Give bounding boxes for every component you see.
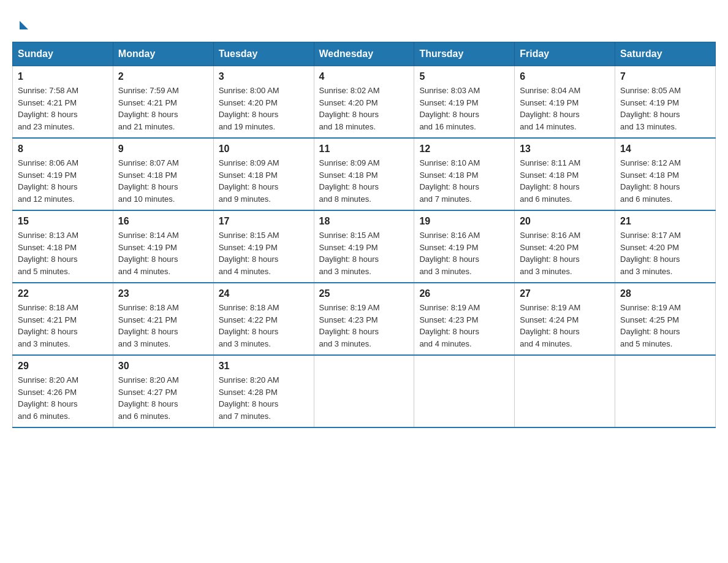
header-cell-saturday: Saturday [615,42,716,66]
day-cell: 21 Sunrise: 8:17 AM Sunset: 4:20 PM Dayl… [615,210,716,283]
header-cell-wednesday: Wednesday [314,42,414,66]
day-info: Sunrise: 8:19 AM Sunset: 4:23 PM Dayligh… [319,302,409,350]
logo [18,18,28,29]
day-cell [414,355,515,427]
day-cell: 6 Sunrise: 8:04 AM Sunset: 4:19 PM Dayli… [515,66,615,139]
day-info: Sunrise: 7:59 AM Sunset: 4:21 PM Dayligh… [118,85,208,132]
day-number: 10 [219,144,309,155]
day-cell: 18 Sunrise: 8:15 AM Sunset: 4:19 PM Dayl… [314,210,414,283]
day-number: 8 [18,144,108,155]
day-number: 23 [118,288,208,299]
day-info: Sunrise: 8:19 AM Sunset: 4:25 PM Dayligh… [620,302,710,350]
day-number: 11 [319,144,409,155]
day-cell: 5 Sunrise: 8:03 AM Sunset: 4:19 PM Dayli… [414,66,515,139]
day-cell: 24 Sunrise: 8:18 AM Sunset: 4:22 PM Dayl… [213,283,314,355]
day-info: Sunrise: 8:09 AM Sunset: 4:18 PM Dayligh… [219,157,309,205]
day-cell: 11 Sunrise: 8:09 AM Sunset: 4:18 PM Dayl… [314,138,414,210]
day-cell: 31 Sunrise: 8:20 AM Sunset: 4:28 PM Dayl… [213,355,314,427]
day-cell [314,355,414,427]
day-number: 30 [118,361,208,372]
week-row-2: 8 Sunrise: 8:06 AM Sunset: 4:19 PM Dayli… [13,138,716,210]
day-info: Sunrise: 8:20 AM Sunset: 4:28 PM Dayligh… [219,374,309,422]
day-info: Sunrise: 8:02 AM Sunset: 4:20 PM Dayligh… [319,85,409,132]
day-info: Sunrise: 8:16 AM Sunset: 4:19 PM Dayligh… [419,229,509,277]
day-info: Sunrise: 8:14 AM Sunset: 4:19 PM Dayligh… [118,229,208,277]
day-cell: 1 Sunrise: 7:58 AM Sunset: 4:21 PM Dayli… [13,66,113,139]
day-number: 3 [219,71,309,82]
day-number: 21 [620,216,710,227]
day-cell: 12 Sunrise: 8:10 AM Sunset: 4:18 PM Dayl… [414,138,515,210]
day-cell [515,355,615,427]
day-number: 31 [219,361,309,372]
day-number: 12 [419,144,509,155]
day-number: 25 [319,288,409,299]
day-info: Sunrise: 8:00 AM Sunset: 4:20 PM Dayligh… [219,85,309,132]
header-cell-friday: Friday [515,42,615,66]
day-number: 9 [118,144,208,155]
calendar-header: SundayMondayTuesdayWednesdayThursdayFrid… [13,42,716,66]
day-number: 27 [520,288,610,299]
day-number: 17 [219,216,309,227]
calendar-table: SundayMondayTuesdayWednesdayThursdayFrid… [12,42,716,428]
day-info: Sunrise: 8:15 AM Sunset: 4:19 PM Dayligh… [219,229,309,277]
page-header [12,12,716,29]
day-cell: 26 Sunrise: 8:19 AM Sunset: 4:23 PM Dayl… [414,283,515,355]
day-cell: 3 Sunrise: 8:00 AM Sunset: 4:20 PM Dayli… [213,66,314,139]
day-number: 1 [18,71,108,82]
day-info: Sunrise: 8:17 AM Sunset: 4:20 PM Dayligh… [620,229,710,277]
day-cell: 30 Sunrise: 8:20 AM Sunset: 4:27 PM Dayl… [113,355,213,427]
day-info: Sunrise: 8:04 AM Sunset: 4:19 PM Dayligh… [520,85,610,132]
header-cell-sunday: Sunday [13,42,113,66]
day-cell: 16 Sunrise: 8:14 AM Sunset: 4:19 PM Dayl… [113,210,213,283]
day-number: 16 [118,216,208,227]
day-number: 19 [419,216,509,227]
day-info: Sunrise: 8:06 AM Sunset: 4:19 PM Dayligh… [18,157,108,205]
day-info: Sunrise: 8:19 AM Sunset: 4:24 PM Dayligh… [520,302,610,350]
day-cell: 14 Sunrise: 8:12 AM Sunset: 4:18 PM Dayl… [615,138,716,210]
day-number: 24 [219,288,309,299]
day-cell: 19 Sunrise: 8:16 AM Sunset: 4:19 PM Dayl… [414,210,515,283]
day-cell: 10 Sunrise: 8:09 AM Sunset: 4:18 PM Dayl… [213,138,314,210]
day-number: 20 [520,216,610,227]
day-number: 5 [419,71,509,82]
day-cell: 23 Sunrise: 8:18 AM Sunset: 4:21 PM Dayl… [113,283,213,355]
day-info: Sunrise: 8:10 AM Sunset: 4:18 PM Dayligh… [419,157,509,205]
day-cell: 28 Sunrise: 8:19 AM Sunset: 4:25 PM Dayl… [615,283,716,355]
day-cell: 2 Sunrise: 7:59 AM Sunset: 4:21 PM Dayli… [113,66,213,139]
day-cell: 9 Sunrise: 8:07 AM Sunset: 4:18 PM Dayli… [113,138,213,210]
day-number: 6 [520,71,610,82]
day-info: Sunrise: 8:20 AM Sunset: 4:27 PM Dayligh… [118,374,208,422]
day-number: 18 [319,216,409,227]
day-info: Sunrise: 8:09 AM Sunset: 4:18 PM Dayligh… [319,157,409,205]
day-cell: 22 Sunrise: 8:18 AM Sunset: 4:21 PM Dayl… [13,283,113,355]
day-number: 7 [620,71,710,82]
week-row-5: 29 Sunrise: 8:20 AM Sunset: 4:26 PM Dayl… [13,355,716,427]
header-cell-monday: Monday [113,42,213,66]
day-number: 13 [520,144,610,155]
day-info: Sunrise: 7:58 AM Sunset: 4:21 PM Dayligh… [18,85,108,132]
day-number: 29 [18,361,108,372]
day-cell: 25 Sunrise: 8:19 AM Sunset: 4:23 PM Dayl… [314,283,414,355]
day-cell: 15 Sunrise: 8:13 AM Sunset: 4:18 PM Dayl… [13,210,113,283]
day-info: Sunrise: 8:03 AM Sunset: 4:19 PM Dayligh… [419,85,509,132]
day-info: Sunrise: 8:18 AM Sunset: 4:21 PM Dayligh… [18,302,108,350]
header-row: SundayMondayTuesdayWednesdayThursdayFrid… [13,42,716,66]
day-info: Sunrise: 8:07 AM Sunset: 4:18 PM Dayligh… [118,157,208,205]
day-info: Sunrise: 8:15 AM Sunset: 4:19 PM Dayligh… [319,229,409,277]
day-number: 4 [319,71,409,82]
day-cell: 13 Sunrise: 8:11 AM Sunset: 4:18 PM Dayl… [515,138,615,210]
day-info: Sunrise: 8:19 AM Sunset: 4:23 PM Dayligh… [419,302,509,350]
header-cell-thursday: Thursday [414,42,515,66]
week-row-3: 15 Sunrise: 8:13 AM Sunset: 4:18 PM Dayl… [13,210,716,283]
day-cell: 8 Sunrise: 8:06 AM Sunset: 4:19 PM Dayli… [13,138,113,210]
day-number: 14 [620,144,710,155]
day-info: Sunrise: 8:05 AM Sunset: 4:19 PM Dayligh… [620,85,710,132]
day-info: Sunrise: 8:20 AM Sunset: 4:26 PM Dayligh… [18,374,108,422]
day-info: Sunrise: 8:18 AM Sunset: 4:21 PM Dayligh… [118,302,208,350]
week-row-1: 1 Sunrise: 7:58 AM Sunset: 4:21 PM Dayli… [13,66,716,139]
calendar-body: 1 Sunrise: 7:58 AM Sunset: 4:21 PM Dayli… [13,66,716,428]
day-number: 15 [18,216,108,227]
day-info: Sunrise: 8:11 AM Sunset: 4:18 PM Dayligh… [520,157,610,205]
day-cell: 29 Sunrise: 8:20 AM Sunset: 4:26 PM Dayl… [13,355,113,427]
day-number: 28 [620,288,710,299]
